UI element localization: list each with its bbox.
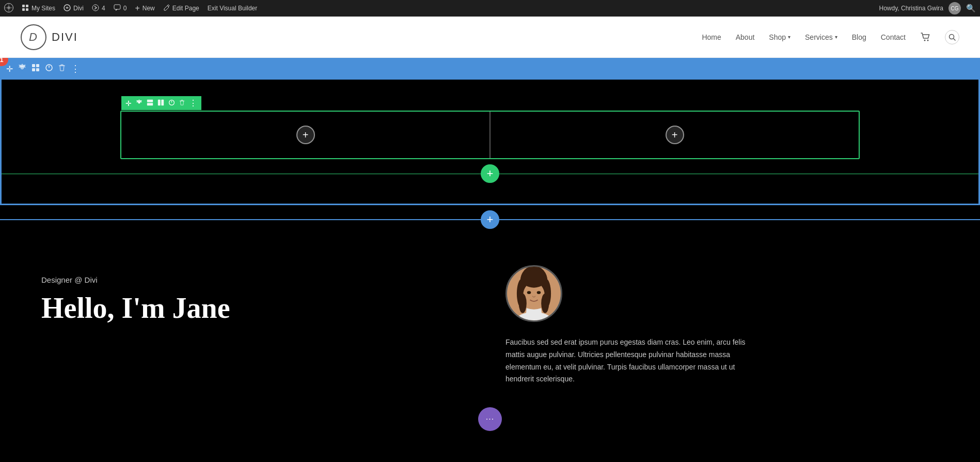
site-header: D divi Home About Shop ▾ Services ▾ Blog <box>0 17 980 58</box>
search-icon[interactable]: 🔍 <box>966 4 976 13</box>
section-content: ✛ <box>0 80 980 205</box>
row-controls: ✛ <box>121 96 201 110</box>
my-sites-item[interactable]: My Sites <box>22 4 55 13</box>
divi-icon <box>64 4 71 13</box>
svg-rect-20 <box>158 99 161 105</box>
row-more-icon[interactable]: ⋮ <box>189 98 197 108</box>
nav-services-label: Services <box>805 33 833 41</box>
nav-blog[interactable]: Blog <box>852 33 866 41</box>
site-nav: Home About Shop ▾ Services ▾ Blog Contac… <box>702 30 959 44</box>
nav-services[interactable]: Services ▾ <box>805 33 837 41</box>
svg-rect-3 <box>26 5 28 7</box>
updates-item[interactable]: 4 <box>92 4 105 13</box>
new-item[interactable]: + New <box>135 4 154 13</box>
nav-blog-label: Blog <box>852 33 866 41</box>
svg-point-32 <box>527 291 531 294</box>
svg-point-29 <box>519 294 527 313</box>
hero-subtitle: Designer @ Divi <box>41 275 475 284</box>
svg-point-7 <box>92 5 99 11</box>
pencil-icon <box>163 4 170 12</box>
logo-text: divi <box>52 30 78 44</box>
divi-label: Divi <box>73 5 84 12</box>
add-row-line: + <box>2 164 978 183</box>
nav-search-btn[interactable] <box>945 30 959 44</box>
row-settings-icon[interactable] <box>136 99 143 107</box>
add-row-btn[interactable]: + <box>481 164 499 183</box>
hero-right: Faucibus sed sed erat ipsum purus egesta… <box>475 265 939 386</box>
row-add-icon[interactable]: ✛ <box>125 99 132 107</box>
add-module-col2-btn[interactable]: + <box>666 126 684 144</box>
nav-about-label: About <box>736 33 755 41</box>
updates-icon <box>92 4 99 13</box>
svg-point-31 <box>521 270 546 288</box>
comments-count: 0 <box>123 5 127 12</box>
exit-vb-label: Exit Visual Builder <box>208 5 258 12</box>
hero-avatar <box>505 265 562 322</box>
svg-rect-19 <box>147 103 153 105</box>
svg-rect-12 <box>32 64 35 67</box>
svg-point-11 <box>950 34 954 39</box>
site-logo[interactable]: D divi <box>21 24 78 50</box>
admin-bar-right: Howdy, Christina Gwira CG 🔍 <box>879 2 976 14</box>
comments-icon <box>114 4 121 13</box>
row-power-icon[interactable] <box>168 99 175 107</box>
svg-rect-15 <box>36 68 39 71</box>
hero-section: Designer @ Divi Hello, I'm Jane <box>0 234 980 427</box>
svg-point-1 <box>7 6 10 9</box>
plus-icon: + <box>135 4 139 13</box>
svg-point-10 <box>927 39 929 41</box>
svg-point-30 <box>541 294 549 313</box>
section-more-icon[interactable]: ⋮ <box>71 63 80 74</box>
column-2: + <box>491 112 859 158</box>
section-power-icon[interactable] <box>45 64 53 74</box>
section-add-icon[interactable]: ✛ <box>6 64 13 74</box>
dots-icon: ··· <box>486 415 494 423</box>
row-columns: + + <box>121 112 859 158</box>
nav-shop[interactable]: Shop ▾ <box>769 33 791 41</box>
search-icon <box>949 34 956 41</box>
shop-chevron-icon: ▾ <box>788 34 791 40</box>
logo-circle: D <box>21 24 46 50</box>
svg-rect-8 <box>114 5 120 9</box>
svg-point-33 <box>537 291 541 294</box>
section-layout-icon[interactable] <box>31 64 40 74</box>
section-delete-icon[interactable] <box>58 64 66 74</box>
hero-description: Faucibus sed sed erat ipsum purus egesta… <box>505 336 764 386</box>
svg-rect-2 <box>22 5 25 7</box>
nav-home[interactable]: Home <box>702 33 721 41</box>
add-section-btn[interactable]: + <box>481 210 499 229</box>
comments-item[interactable]: 0 <box>114 4 127 13</box>
svg-rect-21 <box>161 99 164 105</box>
section-controls-bar: 1 ✛ ⋮ <box>0 58 980 80</box>
wp-logo-item[interactable] <box>4 3 13 14</box>
hero-left: Designer @ Divi Hello, I'm Jane <box>41 265 475 325</box>
admin-bar: My Sites Divi 4 0 + New Edit Page Exit V… <box>0 0 980 17</box>
nav-about[interactable]: About <box>736 33 755 41</box>
svg-rect-13 <box>36 64 39 67</box>
hero-title: Hello, I'm Jane <box>41 292 475 325</box>
nav-home-label: Home <box>702 33 721 41</box>
exit-vb-item[interactable]: Exit Visual Builder <box>208 5 258 12</box>
svg-rect-4 <box>22 8 25 11</box>
nav-contact-label: Contact <box>881 33 906 41</box>
avatar: CG <box>949 2 961 14</box>
edit-page-label: Edit Page <box>172 5 199 12</box>
column-1: + <box>121 112 491 158</box>
nav-contact[interactable]: Contact <box>881 33 906 41</box>
howdy-text: Howdy, Christina Gwira <box>879 5 943 12</box>
section-settings-icon[interactable] <box>18 64 26 74</box>
add-module-col1-btn[interactable]: + <box>296 126 315 144</box>
row-layout-icon[interactable] <box>147 99 153 107</box>
row-delete-icon[interactable] <box>179 99 185 107</box>
floating-options-btn[interactable]: ··· <box>478 407 502 431</box>
edit-page-item[interactable]: Edit Page <box>163 4 199 12</box>
services-chevron-icon: ▾ <box>835 34 837 40</box>
nav-cart[interactable] <box>920 32 930 42</box>
row-wrapper: ✛ <box>120 111 860 159</box>
divi-item[interactable]: Divi <box>64 4 84 13</box>
row-columns-icon[interactable] <box>157 99 164 107</box>
updates-count: 4 <box>102 5 105 12</box>
new-label: New <box>143 5 155 12</box>
my-sites-label: My Sites <box>31 5 55 12</box>
nav-shop-label: Shop <box>769 33 786 41</box>
